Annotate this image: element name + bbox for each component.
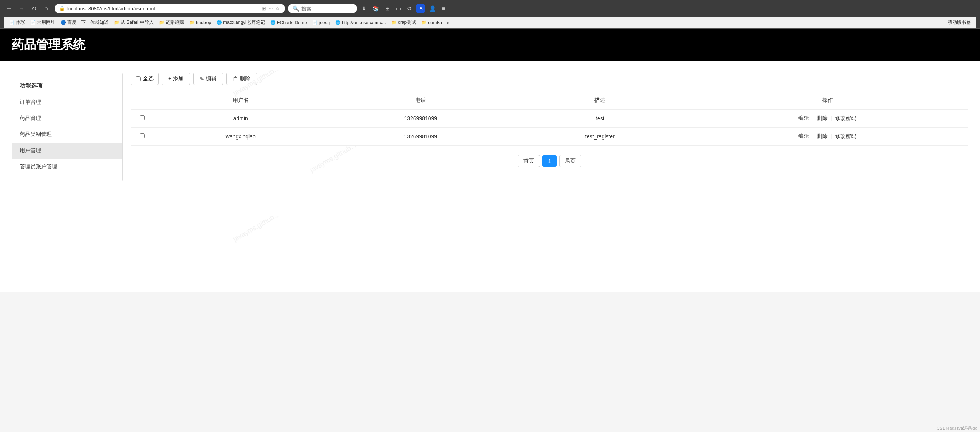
home-button[interactable]: ⌂ [41, 3, 51, 14]
bookmark-label: maoxiangyi老师笔记 [223, 19, 265, 26]
bookmark-label: 体彩 [16, 19, 25, 26]
row-username: wangxinqiao [154, 128, 328, 146]
last-page-button[interactable]: 尾页 [559, 155, 581, 167]
bookmark-icon: 📁 [189, 20, 195, 25]
sidebar-item-users[interactable]: 用户管理 [12, 143, 122, 159]
sidebar: 功能选项 订单管理 药品管理 药品类别管理 用户管理 管理员账户管理 [12, 73, 123, 181]
col-checkbox [131, 91, 154, 110]
select-all-label: 全选 [143, 75, 154, 82]
bookmark-changyong[interactable]: 📄 常用网址 [28, 18, 58, 27]
bookmark-baidu[interactable]: 🔵 百度一下，你就知道 [58, 18, 111, 27]
col-phone: 电话 [328, 91, 514, 110]
bookmark-icon: 🌐 [270, 20, 276, 25]
history-icon[interactable]: ↺ [406, 4, 413, 13]
bookmark-icon: 🌐 [217, 20, 222, 25]
delete-button[interactable]: 🗑 删除 [226, 73, 257, 85]
bookmark-icon: 📄 [30, 20, 36, 25]
delete-icon: 🗑 [233, 76, 238, 82]
pagination: 首页 1 尾页 [131, 155, 968, 167]
row-username: admin [154, 110, 328, 128]
bookmark-tiecai[interactable]: 📄 体彩 [7, 18, 27, 27]
bookmark-maoxiangyi[interactable]: 🌐 maoxiangyi老师笔记 [214, 18, 267, 27]
bookmark-icon: 📁 [114, 20, 119, 25]
table-row: admin13269981099test编辑 | 删除 | 修改密码 [131, 110, 968, 128]
bookmark-label: hadoop [196, 20, 211, 25]
sidebar-item-orders[interactable]: 订单管理 [12, 94, 122, 110]
menu-icon[interactable]: ≡ [440, 4, 447, 13]
bookmark-label: crap测试 [398, 19, 416, 26]
select-all-wrapper[interactable]: 全选 [131, 73, 159, 85]
row-phone: 13269981099 [328, 110, 514, 128]
bookmark-label: 移动版书签 [948, 19, 971, 26]
select-all-checkbox[interactable] [136, 76, 141, 81]
add-button[interactable]: + 添加 [162, 73, 190, 85]
sync-icon[interactable]: ⊞ [384, 4, 391, 13]
content-panel: 全选 + 添加 ✎ 编辑 🗑 删除 用户名 电话 描述 操作 [131, 73, 968, 280]
action-修改密码[interactable]: 修改密码 [835, 133, 856, 139]
address-bar[interactable]: 🔒 ⊞ ··· ☆ [55, 4, 285, 13]
action-删除[interactable]: 删除 [817, 115, 828, 121]
first-page-button[interactable]: 首页 [518, 155, 540, 167]
bookmark-icon: 🔵 [61, 20, 66, 25]
bookmark-label: jeecg [319, 20, 330, 25]
sidebar-item-drugs[interactable]: 药品管理 [12, 110, 122, 126]
more-bookmarks-button[interactable]: » [445, 19, 451, 27]
bookmark-eureka[interactable]: 📁 eureka [419, 19, 444, 26]
bookmark-echarts[interactable]: 🌐 ECharts Demo [268, 19, 310, 26]
bookmark-icon: 📄 [312, 20, 318, 25]
bookmark-safari[interactable]: 📁 从 Safari 中导入 [112, 18, 156, 27]
bookmark-label: 从 Safari 中导入 [121, 19, 154, 26]
row-description: test_register [513, 128, 686, 146]
bookmark-hadoop[interactable]: 📁 hadoop [187, 19, 214, 26]
bookmark-label: ECharts Demo [277, 20, 307, 25]
star-icon: ☆ [275, 5, 280, 12]
url-input[interactable] [67, 6, 259, 12]
edit-button[interactable]: ✎ 编辑 [193, 73, 223, 85]
row-description: test [513, 110, 686, 128]
row-checkbox-cell [131, 110, 154, 128]
back-button[interactable]: ← [4, 3, 15, 14]
bookmark-lianlu[interactable]: 📁 链路追踪 [157, 18, 186, 27]
nav-buttons: ← → ↻ ⌂ [4, 3, 51, 14]
bookmark-label: http://om.use.com.c... [342, 20, 386, 25]
bookmark-jeecg[interactable]: 📄 jeecg [310, 19, 332, 26]
action-separator: | [829, 133, 833, 139]
reload-button[interactable]: ↻ [28, 3, 39, 14]
bookmark-label: 常用网址 [37, 19, 55, 26]
row-actions: 编辑 | 删除 | 修改密码 [687, 110, 968, 128]
bookmark-icon: 📁 [421, 20, 427, 25]
browser-actions: ⬇ 📚 ⊞ ▭ ↺ IA 👤 ≡ [360, 4, 447, 13]
download-icon[interactable]: ⬇ [360, 4, 368, 13]
forward-button[interactable]: → [16, 3, 27, 14]
account-icon[interactable]: 👤 [428, 4, 437, 13]
bookmarks-icon[interactable]: 📚 [371, 4, 381, 13]
lock-icon: 🔒 [59, 6, 65, 11]
app-title: 药品管理系统 [12, 37, 968, 53]
app-header: 药品管理系统 [0, 29, 980, 61]
bookmark-crap[interactable]: 📁 crap测试 [389, 18, 418, 27]
browser-toolbar: ← → ↻ ⌂ 🔒 ⊞ ··· ☆ 🔍 ⬇ 📚 ⊞ ▭ ↺ IA 👤 ≡ [4, 3, 976, 14]
bookmark-om[interactable]: 🌐 http://om.use.com.c... [333, 19, 388, 26]
action-编辑[interactable]: 编辑 [798, 115, 809, 121]
bookmark-icon: 📄 [9, 20, 15, 25]
action-separator: | [829, 115, 833, 121]
action-删除[interactable]: 删除 [817, 133, 828, 139]
sidebar-title: 功能选项 [12, 79, 122, 94]
action-修改密码[interactable]: 修改密码 [835, 115, 856, 121]
search-input[interactable] [301, 6, 353, 12]
row-checkbox-1[interactable] [140, 133, 145, 138]
row-checkbox-0[interactable] [140, 115, 145, 120]
bookmark-mobile[interactable]: 移动版书签 [945, 18, 973, 27]
search-bar[interactable]: 🔍 [288, 4, 357, 13]
more-icon: ··· [268, 5, 273, 12]
profile-icon[interactable]: IA [416, 4, 425, 13]
tablet-icon[interactable]: ▭ [394, 4, 402, 13]
delete-label: 删除 [240, 75, 250, 82]
page-1-button[interactable]: 1 [542, 155, 557, 167]
browser-chrome: ← → ↻ ⌂ 🔒 ⊞ ··· ☆ 🔍 ⬇ 📚 ⊞ ▭ ↺ IA 👤 ≡ [0, 0, 980, 29]
bookmark-label: 链路追踪 [166, 19, 184, 26]
sidebar-item-admin[interactable]: 管理员账户管理 [12, 159, 122, 175]
edit-label: 编辑 [206, 75, 217, 82]
action-编辑[interactable]: 编辑 [798, 133, 809, 139]
sidebar-item-drug-categories[interactable]: 药品类别管理 [12, 126, 122, 143]
